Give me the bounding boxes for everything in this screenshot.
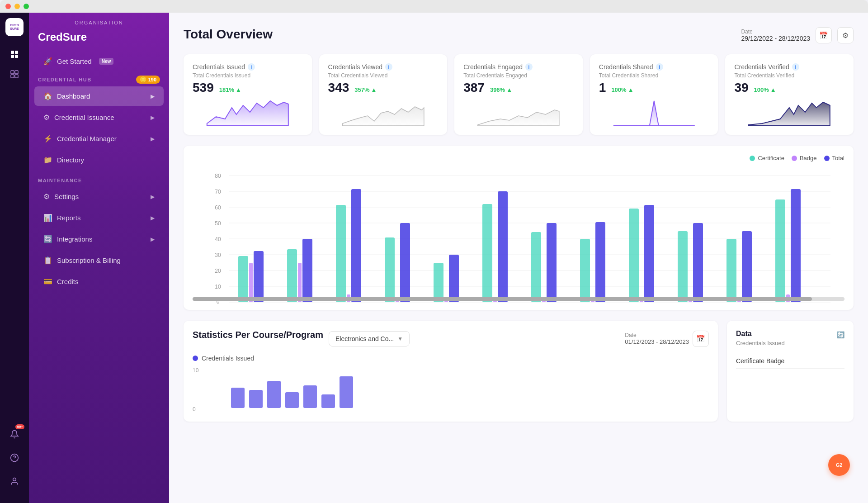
sidebar-item-get-started[interactable]: 🚀 Get Started New (34, 52, 164, 71)
bottom-section: Statistics Per Course/Program Electronic… (184, 321, 854, 422)
sidebar-item-reports[interactable]: 📊 Reports ▶ (34, 208, 164, 228)
viewed-info-icon[interactable]: i (385, 63, 392, 71)
badge-legend-label: Badge (800, 155, 817, 161)
calendar-button[interactable]: 📅 (816, 27, 832, 43)
coin-icon: 🪙 (140, 76, 146, 83)
maximize-button[interactable] (24, 4, 29, 9)
svg-rect-51 (498, 191, 508, 302)
verified-chart (734, 99, 844, 126)
header-controls: Date 29/12/2022 - 28/12/2023 📅 ⚙ (741, 27, 854, 43)
settings-arrow: ▶ (151, 194, 155, 200)
svg-rect-81 (303, 385, 317, 408)
refresh-icon[interactable]: 🔄 (837, 331, 844, 338)
verified-sub-label: Total Credentials Verified (734, 72, 844, 79)
rocket-icon: 🚀 (43, 57, 52, 66)
engaged-title-text: Credentials Engaged (463, 63, 523, 71)
svg-rect-5 (15, 71, 18, 74)
stats-grid: Credentials Issued i Total Credentials I… (184, 54, 854, 135)
shared-chart (599, 99, 709, 126)
svg-rect-79 (267, 381, 281, 408)
dropdown-arrow-icon: ▼ (397, 336, 403, 342)
chart-scrollbar[interactable] (193, 297, 844, 301)
svg-rect-0 (11, 51, 14, 54)
issuance-icon: ⚙ (43, 113, 50, 122)
directory-label: Directory (57, 156, 84, 164)
svg-rect-31 (254, 251, 264, 302)
user-icon-btn[interactable] (5, 472, 24, 490)
svg-rect-73 (775, 199, 785, 302)
logo-text: CRED SURE (5, 24, 24, 30)
credential-hub-section: CREDENTIAL HUB 🪙 190 (29, 72, 169, 85)
svg-rect-33 (287, 249, 297, 302)
cert-badge-item: Certificate Badge (736, 354, 844, 369)
issuance-arrow: ▶ (151, 114, 155, 121)
stat-shared-title: Credentials Shared i (599, 63, 709, 71)
svg-rect-6 (11, 75, 14, 78)
course-dropdown[interactable]: Electronics and Co... ▼ (329, 331, 410, 346)
sidebar-item-integrations[interactable]: 🔄 Integrations ▶ (34, 229, 164, 249)
svg-rect-59 (595, 222, 605, 302)
page-header: Total Overview Date 29/12/2022 - 28/12/2… (184, 27, 854, 43)
stat-card-viewed: Credentials Viewed i Total Credentials V… (319, 54, 448, 135)
apps-icon-btn[interactable] (5, 65, 24, 83)
notification-btn[interactable]: 99+ (5, 425, 24, 443)
svg-rect-41 (385, 237, 395, 302)
sidebar-item-credential-issuance[interactable]: ⚙ Credential Issuance ▶ (34, 108, 164, 127)
issued-value: 539 (193, 81, 214, 95)
issued-info-icon[interactable]: i (248, 63, 255, 71)
stats-section-title: Statistics Per Course/Program (193, 330, 323, 340)
svg-rect-80 (285, 392, 299, 408)
chart-legend: Certificate Badge Total (193, 155, 844, 161)
close-button[interactable] (5, 4, 11, 9)
sidebar-item-credits[interactable]: 💳 Credits (34, 272, 164, 291)
total-dot (824, 156, 830, 161)
bottom-calendar-button[interactable]: 📅 (693, 331, 709, 347)
sidebar-item-dashboard[interactable]: 🏠 Dashboard ▶ (34, 86, 164, 106)
svg-rect-37 (336, 205, 346, 302)
svg-text:10: 10 (215, 284, 221, 290)
verified-change: 100% ▲ (754, 86, 776, 93)
svg-text:40: 40 (215, 236, 221, 242)
stats-section-header: Statistics Per Course/Program Electronic… (193, 330, 709, 347)
sidebar-item-subscription[interactable]: 📋 Subscription & Billing (34, 251, 164, 270)
svg-rect-53 (531, 232, 541, 302)
subscription-label: Subscription & Billing (57, 256, 121, 264)
bar-chart-section: Certificate Badge Total 80 70 60 50 (184, 146, 854, 310)
bar-chart-area: 80 70 60 50 40 30 20 10 0 (193, 169, 844, 295)
grid-icon-btn[interactable] (5, 45, 24, 63)
svg-text:30: 30 (215, 252, 221, 258)
right-panel-header: Data 🔄 (736, 330, 844, 340)
credential-hub-label: CREDENTIAL HUB (38, 77, 92, 82)
svg-text:80: 80 (215, 173, 221, 179)
svg-text:70: 70 (215, 189, 221, 195)
svg-rect-49 (482, 204, 492, 302)
svg-rect-61 (629, 209, 639, 302)
minimize-button[interactable] (14, 4, 20, 9)
course-dropdown-value: Electronics and Co... (335, 335, 394, 342)
svg-rect-67 (693, 223, 703, 302)
sidebar-item-credential-manager[interactable]: ⚡ Credential Manager ▶ (34, 129, 164, 148)
panel-subtitle: Credentials Issued (736, 340, 844, 346)
sidebar-item-settings[interactable]: ⚙ Settings ▶ (34, 187, 164, 206)
reports-arrow: ▶ (151, 215, 155, 221)
sidebar-item-directory[interactable]: 📁 Directory (34, 150, 164, 170)
shared-info-icon[interactable]: i (656, 63, 663, 71)
certificate-legend-label: Certificate (758, 155, 784, 161)
help-icon-btn[interactable] (5, 449, 24, 467)
directory-icon: 📁 (43, 156, 52, 164)
manager-arrow: ▶ (151, 136, 155, 142)
verified-info-icon[interactable]: i (792, 63, 799, 71)
app-logo: CRED SURE (5, 18, 24, 36)
settings-gear-button[interactable]: ⚙ (837, 27, 854, 43)
icon-sidebar: CRED SURE 99+ (0, 13, 29, 503)
g2-review-button[interactable]: G2 (828, 454, 850, 476)
stat-issued-title: Credentials Issued i (193, 63, 303, 71)
legend-total: Total (824, 155, 844, 161)
viewed-value: 343 (328, 81, 349, 95)
svg-rect-3 (15, 55, 18, 58)
integrations-label: Integrations (57, 235, 92, 243)
viewed-sub-label: Total Credentials Viewed (328, 72, 439, 79)
shared-title-text: Credentials Shared (599, 63, 653, 71)
svg-rect-63 (644, 205, 654, 302)
engaged-info-icon[interactable]: i (525, 63, 533, 71)
